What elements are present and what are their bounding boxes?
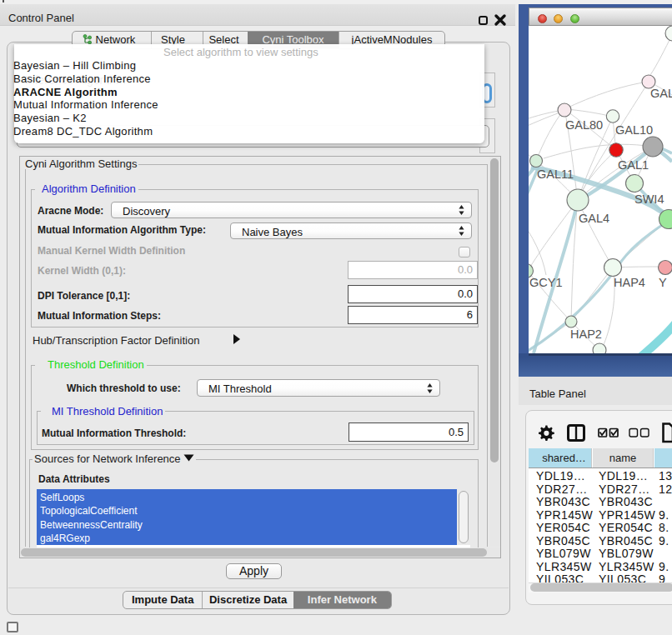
- svg-text:SWI4: SWI4: [634, 192, 664, 206]
- svg-text:GAL1: GAL1: [618, 158, 649, 172]
- svg-text:HAP2: HAP2: [570, 328, 602, 341]
- svg-text:Y: Y: [659, 276, 667, 289]
- svg-text:GAL: GAL: [650, 87, 672, 100]
- svg-text:GAL4: GAL4: [579, 212, 609, 225]
- svg-text:HAP4: HAP4: [614, 276, 645, 289]
- svg-text:GAL80: GAL80: [565, 118, 603, 132]
- svg-text:GCY1: GCY1: [529, 276, 563, 289]
- svg-text:GAL11: GAL11: [537, 168, 574, 181]
- svg-text:GAL10: GAL10: [615, 123, 653, 137]
